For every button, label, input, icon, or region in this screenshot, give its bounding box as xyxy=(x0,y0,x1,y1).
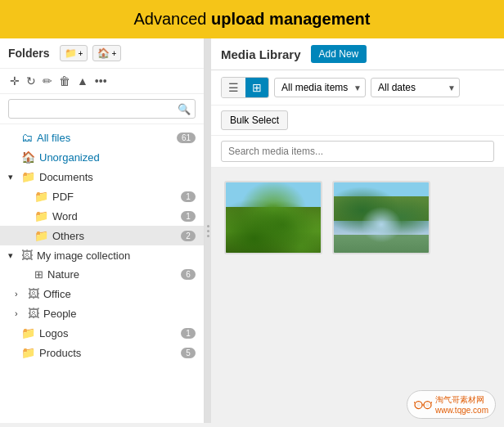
people-icon: 🖼 xyxy=(28,307,39,320)
glasses-icon xyxy=(414,399,432,411)
watermark-text: 淘气哥素材网www.tqge.com xyxy=(435,394,488,415)
sidebar-search-row: 🔍 xyxy=(0,94,204,124)
search-icon: 🔍 xyxy=(178,103,191,115)
tree-item-pdf[interactable]: 📁 PDF 1 xyxy=(0,187,204,206)
header-text-normal: Advanced xyxy=(134,10,212,28)
nature-badge: 6 xyxy=(181,269,196,280)
office-icon: 🖼 xyxy=(28,287,39,300)
sidebar-search-wrap: 🔍 xyxy=(8,99,196,119)
unorganized-icon: 🏠 xyxy=(21,151,35,164)
all-files-label: All files xyxy=(37,132,177,144)
view-list-button[interactable]: ☰ xyxy=(222,78,245,97)
svg-line-4 xyxy=(431,402,432,403)
folders-title: Folders xyxy=(8,47,50,60)
media-library-title: Media Library xyxy=(221,47,301,61)
filter-items-wrap: All media items Images Video Audio Docum… xyxy=(274,78,366,97)
all-files-badge: 61 xyxy=(177,133,196,143)
grass-image xyxy=(226,182,321,253)
refresh-icon[interactable]: ↻ xyxy=(25,73,38,89)
filter-dates-select[interactable]: All dates January 2024 February 2024 xyxy=(371,78,460,97)
people-label: People xyxy=(43,308,196,320)
move-icon[interactable]: ✛ xyxy=(8,73,21,89)
tree-item-nature[interactable]: ⊞ Nature 6 xyxy=(0,265,204,284)
bulk-select-row: Bulk Select xyxy=(211,106,504,136)
watermark: 淘气哥素材网www.tqge.com xyxy=(407,390,496,419)
more-icon[interactable]: ••• xyxy=(93,73,109,89)
others-badge: 2 xyxy=(181,231,196,241)
others-label: Others xyxy=(52,230,181,242)
products-label: Products xyxy=(39,347,181,359)
logos-icon: 📁 xyxy=(21,326,35,339)
svg-point-6 xyxy=(425,402,430,407)
folder-tree: 🗂 All files 61 🏠 Unorganized ▾ 📁 Documen… xyxy=(0,124,204,423)
sidebar-search-input[interactable] xyxy=(8,99,196,119)
word-badge: 1 xyxy=(181,211,196,222)
tree-item-products[interactable]: 📁 Products 5 xyxy=(0,343,204,362)
tree-item-office[interactable]: › 🖼 Office xyxy=(0,284,204,303)
home-folder-button[interactable]: 🏠+ xyxy=(92,45,121,61)
tree-item-others[interactable]: 📁 Others 2 xyxy=(0,226,204,245)
media-search-wrap xyxy=(211,136,504,168)
toggle-documents: ▾ xyxy=(8,172,20,182)
edit-icon[interactable]: ✏ xyxy=(41,73,54,89)
main-container: Folders 📁+ 🏠+ ✛ ↻ ✏ 🗑 ▲ ••• 🔍 xyxy=(0,38,504,423)
products-badge: 5 xyxy=(181,348,196,358)
pdf-label: PDF xyxy=(52,191,181,203)
home-icon: 🏠 xyxy=(97,47,110,59)
tree-item-people[interactable]: › 🖼 People xyxy=(0,303,204,323)
nature-label: Nature xyxy=(47,268,181,281)
tree-item-unorganized[interactable]: 🏠 Unorganized xyxy=(0,147,204,167)
pdf-icon: 📁 xyxy=(34,190,48,203)
sidebar: Folders 📁+ 🏠+ ✛ ↻ ✏ 🗑 ▲ ••• 🔍 xyxy=(0,38,205,423)
tree-item-word[interactable]: 📁 Word 1 xyxy=(0,206,204,226)
delete-icon[interactable]: 🗑 xyxy=(57,73,72,89)
toggle-people: › xyxy=(15,308,26,318)
unorganized-label: Unorganized xyxy=(39,151,196,164)
word-icon: 📁 xyxy=(34,209,48,222)
my-image-collection-label: My image collection xyxy=(37,249,196,262)
filter-dates-wrap: All dates January 2024 February 2024 ▼ xyxy=(371,78,460,97)
svg-point-5 xyxy=(416,402,421,407)
media-header: Media Library Add New xyxy=(211,38,504,70)
office-label: Office xyxy=(43,288,196,300)
svg-line-3 xyxy=(414,402,415,403)
view-grid-button[interactable]: ⊞ xyxy=(245,78,268,97)
bulk-select-button[interactable]: Bulk Select xyxy=(221,110,288,130)
thumbnail-grass[interactable] xyxy=(224,181,322,254)
tree-item-logos[interactable]: 📁 Logos 1 xyxy=(0,323,204,343)
resize-divider[interactable] xyxy=(205,38,211,423)
all-files-icon: 🗂 xyxy=(21,131,33,144)
upload-icon[interactable]: ▲ xyxy=(75,73,90,89)
others-icon: 📁 xyxy=(34,229,48,242)
media-search-input[interactable] xyxy=(221,141,494,162)
documents-label: Documents xyxy=(39,171,196,183)
logos-badge: 1 xyxy=(181,328,196,339)
products-icon: 📁 xyxy=(21,346,35,359)
media-toolbar: ☰ ⊞ All media items Images Video Audio D… xyxy=(211,70,504,106)
view-toggle: ☰ ⊞ xyxy=(221,77,269,98)
tree-item-my-image-collection[interactable]: ▾ 🖼 My image collection xyxy=(0,245,204,265)
add-new-button[interactable]: Add New xyxy=(311,45,367,63)
header-text-bold: upload management xyxy=(211,10,370,28)
documents-icon: 📁 xyxy=(21,170,35,183)
my-image-collection-icon: 🖼 xyxy=(21,249,33,262)
logos-label: Logos xyxy=(39,327,181,339)
waterfall-image xyxy=(334,182,429,253)
tree-item-documents[interactable]: ▾ 📁 Documents xyxy=(0,167,204,187)
media-area: Media Library Add New ☰ ⊞ All media item… xyxy=(211,38,504,423)
thumbnail-waterfall[interactable] xyxy=(332,181,430,254)
sidebar-header: Folders 📁+ 🏠+ xyxy=(0,38,204,69)
toggle-office: › xyxy=(15,289,26,299)
filter-items-select[interactable]: All media items Images Video Audio Docum… xyxy=(274,78,366,97)
sidebar-toolbar: ✛ ↻ ✏ 🗑 ▲ ••• xyxy=(0,69,204,94)
toggle-my-image-collection: ▾ xyxy=(8,250,20,261)
nature-icon: ⊞ xyxy=(34,268,43,281)
folder-plus-icon: 📁 xyxy=(65,47,77,59)
page-header: Advanced upload management xyxy=(0,0,504,38)
new-folder-button[interactable]: 📁+ xyxy=(60,45,88,61)
pdf-badge: 1 xyxy=(181,191,196,202)
word-label: Word xyxy=(52,210,181,222)
media-grid xyxy=(211,168,504,423)
tree-item-all-files[interactable]: 🗂 All files 61 xyxy=(0,128,204,147)
